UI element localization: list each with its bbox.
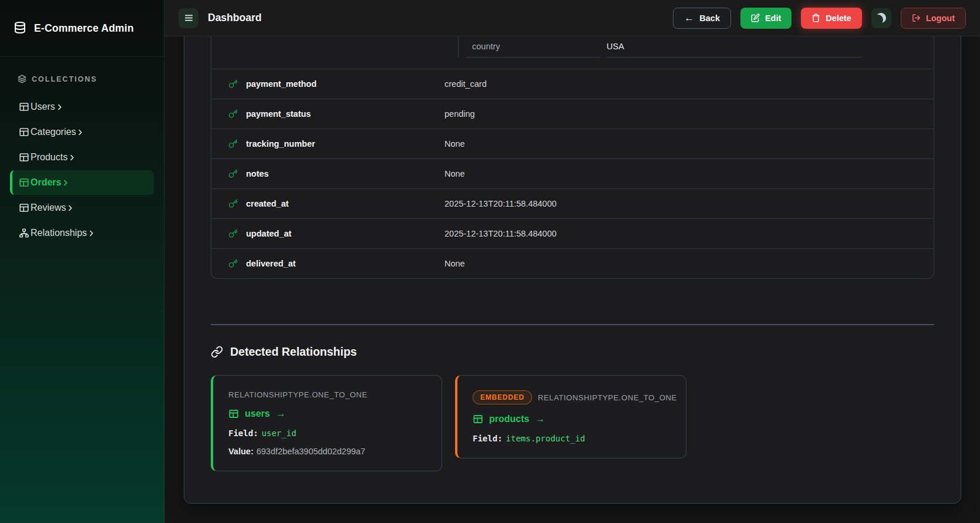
nested-field-label: country xyxy=(466,37,601,58)
database-icon xyxy=(13,21,27,35)
key-icon xyxy=(228,259,238,268)
collection-link[interactable]: products → xyxy=(473,413,671,425)
sidebar-nav: Users Categories xyxy=(0,95,164,245)
nested-table: country USA xyxy=(458,37,863,58)
field-value: None xyxy=(444,259,465,268)
relationship-field: Field:user_id xyxy=(228,428,426,438)
relationship-type-label: RELATIONSHIPTYPE.ONE_TO_ONE xyxy=(228,390,368,399)
table-icon xyxy=(19,203,29,213)
relationships-heading: Detected Relationships xyxy=(211,345,934,359)
edit-button[interactable]: Edit xyxy=(740,8,792,29)
sidebar-item-reviews[interactable]: Reviews xyxy=(10,195,154,220)
section-divider xyxy=(211,324,934,325)
menu-button[interactable] xyxy=(179,8,198,28)
field-name: created_at xyxy=(246,199,289,208)
table-icon xyxy=(228,409,239,419)
relationship-card: EMBEDDED RELATIONSHIPTYPE.ONE_TO_ONE pro… xyxy=(455,375,686,458)
relationship-field: Field:items.product_id xyxy=(473,434,671,443)
relationship-card: RELATIONSHIPTYPE.ONE_TO_ONE users → Fiel… xyxy=(211,375,442,471)
relationship-value: Value:693df2befa3905dd02d299a7 xyxy=(228,447,426,456)
sidebar-item-orders[interactable]: Orders xyxy=(10,170,154,195)
table-row: payment_status pending xyxy=(211,99,934,129)
arrow-right-icon: → xyxy=(276,408,286,420)
main-content: country USA payment_method credit_card p xyxy=(164,36,980,523)
topbar-actions: ← Back Edit Delete xyxy=(673,8,966,29)
arrow-right-icon: → xyxy=(535,413,545,425)
table-row: delivered_at None xyxy=(211,248,934,278)
table-icon xyxy=(19,127,29,137)
hamburger-icon xyxy=(184,13,194,23)
key-icon xyxy=(228,109,238,119)
table-row: created_at 2025-12-13T20:11:58.484000 xyxy=(211,188,934,218)
fields-table: country USA payment_method credit_card p xyxy=(211,36,934,279)
field-value: pending xyxy=(444,109,475,119)
embedded-badge: EMBEDDED xyxy=(473,390,532,404)
edit-icon xyxy=(751,14,760,22)
link-icon xyxy=(211,346,223,358)
field-name: notes xyxy=(246,169,269,178)
back-button[interactable]: ← Back xyxy=(673,8,731,29)
table-row: notes None xyxy=(211,158,934,188)
layers-icon xyxy=(18,75,26,83)
relationship-type-label: RELATIONSHIPTYPE.ONE_TO_ONE xyxy=(538,393,677,402)
table-icon xyxy=(19,152,29,163)
page-title: Dashboard xyxy=(208,12,261,24)
collections-section-label: COLLECTIONS xyxy=(18,75,152,83)
sidebar-item-label: Categories xyxy=(31,127,76,137)
key-icon xyxy=(228,79,238,89)
theme-toggle-button[interactable] xyxy=(871,8,891,28)
app-title: E-Commerce Admin xyxy=(34,22,134,35)
key-icon xyxy=(228,139,238,149)
collection-link[interactable]: users → xyxy=(228,408,426,420)
field-value: 2025-12-13T20:11:58.484000 xyxy=(444,199,557,208)
delete-button[interactable]: Delete xyxy=(801,8,862,29)
arrow-left-icon: ← xyxy=(684,12,694,24)
relationship-cards: RELATIONSHIPTYPE.ONE_TO_ONE users → Fiel… xyxy=(211,375,934,471)
moon-icon xyxy=(876,13,886,23)
chevron-right-icon xyxy=(56,103,63,111)
field-name: payment_status xyxy=(246,109,311,119)
collection-name: users xyxy=(245,409,270,419)
field-value: None xyxy=(444,169,465,178)
field-value: credit_card xyxy=(444,79,487,89)
nested-field-value: USA xyxy=(607,37,863,58)
chevron-right-icon xyxy=(76,129,84,136)
record-detail-card: country USA payment_method credit_card p xyxy=(184,36,961,504)
table-row: payment_method credit_card xyxy=(211,69,934,99)
chevron-right-icon xyxy=(68,154,76,161)
field-name: delivered_at xyxy=(246,259,296,268)
table-row: updated_at 2025-12-13T20:11:58.484000 xyxy=(211,218,934,248)
key-icon xyxy=(228,199,238,208)
logout-button[interactable]: Logout xyxy=(901,8,966,29)
sidebar-item-categories[interactable]: Categories xyxy=(10,120,154,144)
collection-name: products xyxy=(489,414,529,424)
field-value: None xyxy=(444,139,465,149)
sidebar-item-relationships[interactable]: Relationships xyxy=(10,221,154,245)
chevron-right-icon xyxy=(62,179,69,187)
table-icon xyxy=(473,414,483,424)
key-icon xyxy=(228,169,238,178)
sidebar-item-label: Products xyxy=(31,152,68,163)
chevron-right-icon xyxy=(87,230,95,237)
sidebar-item-label: Relationships xyxy=(31,228,87,238)
table-row: tracking_number None xyxy=(211,129,934,158)
table-icon xyxy=(19,102,29,112)
field-name: updated_at xyxy=(246,229,291,238)
sidebar: E-Commerce Admin COLLECTIONS xyxy=(0,0,164,523)
field-name: tracking_number xyxy=(246,139,315,149)
sidebar-item-products[interactable]: Products xyxy=(10,145,154,170)
sidebar-item-users[interactable]: Users xyxy=(10,95,154,119)
field-name: payment_method xyxy=(246,79,316,89)
table-icon xyxy=(19,177,29,188)
key-icon xyxy=(228,229,238,238)
sidebar-item-label: Orders xyxy=(31,177,61,188)
trash-icon xyxy=(811,14,820,22)
sidebar-item-label: Users xyxy=(31,102,55,112)
sitemap-icon xyxy=(19,228,29,238)
sidebar-item-label: Reviews xyxy=(31,203,66,213)
chevron-right-icon xyxy=(66,204,74,212)
topbar: Dashboard ← Back Edit Delete xyxy=(164,0,980,36)
embedded-object-row: country USA xyxy=(211,36,934,69)
field-value: 2025-12-13T20:11:58.484000 xyxy=(444,229,557,238)
logout-icon xyxy=(912,14,921,22)
